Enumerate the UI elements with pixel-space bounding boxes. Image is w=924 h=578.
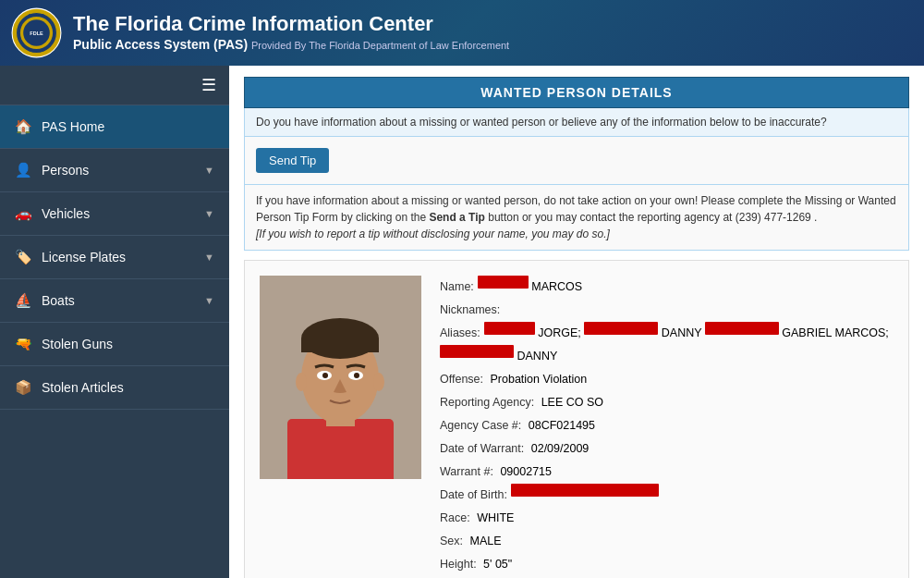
sidebar-item-boats[interactable]: ⛵ Boats ▼ — [0, 279, 229, 323]
svg-rect-7 — [287, 419, 394, 479]
alias4-redacted — [440, 345, 514, 358]
svg-point-15 — [354, 373, 359, 378]
sidebar-label-pas-home: PAS Home — [42, 119, 104, 134]
sidebar-label-vehicles: Vehicles — [42, 206, 90, 221]
height-row: Height: 5' 05" — [440, 553, 894, 576]
name-redacted — [478, 276, 529, 289]
offense-row: Offense: Probation Violation — [440, 368, 894, 391]
dob-row: Date of Birth: — [440, 484, 894, 507]
send-tip-button[interactable]: Send Tip — [256, 148, 329, 173]
app-header: FDLE FLORIDA The Florida Crime Informati… — [0, 0, 924, 66]
svg-point-17 — [373, 373, 384, 391]
svg-text:FDLE: FDLE — [30, 31, 43, 36]
sidebar-item-stolen-guns[interactable]: 🔫 Stolen Guns — [0, 323, 229, 366]
agency-row: Reporting Agency: LEE CO SO — [440, 391, 894, 414]
nicknames-row: Nicknames: — [440, 299, 894, 322]
stolen-guns-icon: 🔫 — [15, 336, 32, 352]
sidebar-item-license-plates[interactable]: 🏷️ License Plates ▼ — [0, 236, 229, 279]
header-text-block: The Florida Crime Information Center Pub… — [73, 12, 509, 55]
sidebar-label-stolen-guns: Stolen Guns — [42, 337, 113, 351]
license-plates-icon: 🏷️ — [15, 249, 32, 265]
sidebar-label-persons: Persons — [42, 163, 89, 178]
agency-seal: FDLE FLORIDA — [11, 7, 62, 58]
home-icon: 🏠 — [15, 118, 32, 135]
main-layout: ☰ 🏠 PAS Home 👤 Persons ▼ 🚗 Vehicles — [0, 66, 924, 578]
person-photo — [260, 276, 421, 479]
sidebar-nav: 🏠 PAS Home 👤 Persons ▼ 🚗 Vehicles ▼ — [0, 105, 229, 578]
stolen-articles-icon: 📦 — [15, 379, 32, 396]
alias2-redacted — [584, 322, 658, 335]
sidebar-item-vehicles[interactable]: 🚗 Vehicles ▼ — [0, 192, 229, 236]
sidebar-item-persons[interactable]: 👤 Persons ▼ — [0, 149, 229, 192]
sidebar-label-stolen-articles: Stolen Articles — [42, 380, 124, 395]
case-row: Agency Case #: 08CF021495 — [440, 414, 894, 437]
chevron-down-icon-plates: ▼ — [204, 252, 214, 263]
sidebar-item-pas-home[interactable]: 🏠 PAS Home — [0, 105, 229, 149]
subtitle-bold: Public Access System (PAS) — [73, 37, 248, 52]
hamburger-icon[interactable]: ☰ — [201, 75, 216, 95]
boats-icon: ⛵ — [15, 292, 32, 309]
person-info-block: Name: MARCOS Nicknames: Aliases: JORGE; … — [440, 276, 894, 578]
warrant-num-row: Warrant #: 09002715 — [440, 461, 894, 484]
subtitle-small: Provided By The Florida Department of La… — [251, 40, 509, 51]
name-row: Name: MARCOS — [440, 276, 894, 299]
info-question-bar: Do you have information about a missing … — [244, 108, 909, 137]
sidebar-toggle[interactable]: ☰ — [0, 66, 229, 105]
sidebar-label-license-plates: License Plates — [42, 250, 126, 264]
sex-row: Sex: MALE — [440, 530, 894, 553]
sidebar-item-stolen-articles[interactable]: 📦 Stolen Articles — [0, 366, 229, 410]
warrant-date-row: Date of Warrant: 02/09/2009 — [440, 437, 894, 461]
svg-text:FLORIDA: FLORIDA — [29, 14, 44, 18]
dob-redacted — [511, 484, 659, 497]
race-row: Race: WHITE — [440, 507, 894, 530]
main-content: WANTED PERSON DETAILS Do you have inform… — [229, 66, 924, 578]
wanted-person-header: WANTED PERSON DETAILS — [244, 77, 909, 108]
app-title: The Florida Crime Information Center — [73, 12, 509, 36]
aliases-row2: DANNY — [440, 345, 894, 368]
tip-info-text: If you have information about a missing … — [244, 185, 909, 251]
chevron-down-icon: ▼ — [204, 165, 214, 176]
svg-point-16 — [296, 373, 307, 391]
chevron-down-icon-boats: ▼ — [204, 295, 214, 306]
aliases-row: Aliases: JORGE; DANNY GABRIEL MARCOS; — [440, 322, 894, 345]
vehicles-icon: 🚗 — [15, 205, 32, 222]
sidebar: ☰ 🏠 PAS Home 👤 Persons ▼ 🚗 Vehicles — [0, 66, 229, 578]
svg-point-13 — [322, 373, 328, 378]
alias3-redacted — [705, 322, 779, 335]
svg-rect-11 — [301, 338, 379, 352]
chevron-down-icon-vehicles: ▼ — [204, 208, 214, 219]
sidebar-label-boats: Boats — [42, 293, 75, 308]
app-subtitle: Public Access System (PAS) Provided By T… — [73, 36, 509, 55]
person-detail-section: Name: MARCOS Nicknames: Aliases: JORGE; … — [244, 260, 909, 578]
persons-icon: 👤 — [15, 162, 32, 178]
alias1-redacted — [484, 322, 535, 335]
